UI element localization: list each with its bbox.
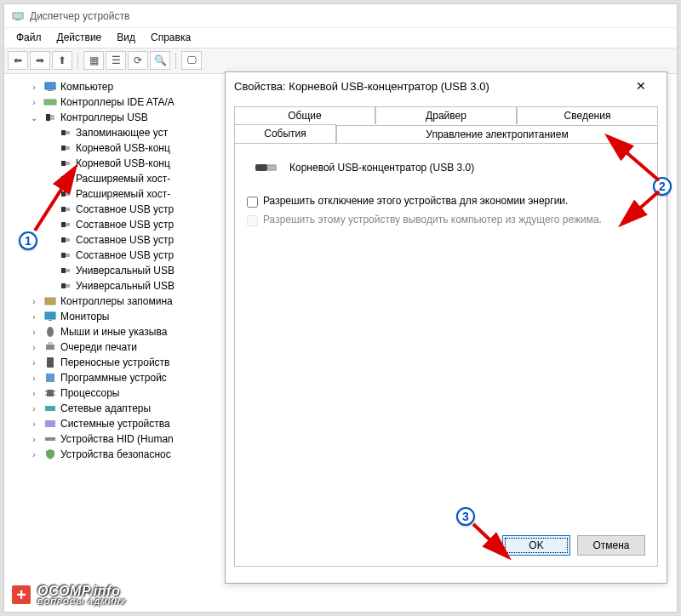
tree-toggle-icon[interactable]: › [28, 450, 40, 459]
svg-rect-35 [47, 357, 54, 368]
checkbox-wake-row: Разрешить этому устройству выводить комп… [247, 214, 645, 227]
svg-rect-23 [61, 253, 66, 258]
menu-view[interactable]: Вид [110, 30, 142, 46]
properties-dialog: Свойства: Корневой USB-концентратор (USB… [225, 71, 667, 584]
scan-button[interactable]: 🔍 [150, 51, 170, 70]
properties-button[interactable]: ☰ [106, 51, 126, 70]
checkbox-allow-off[interactable] [247, 197, 258, 208]
forward-button[interactable]: ➡ [30, 51, 50, 70]
annotation-badge-2: 2 [653, 177, 672, 196]
tree-node-label: Составное USB устр [76, 249, 174, 261]
svg-rect-7 [61, 130, 66, 135]
up-button[interactable]: ⬆ [52, 51, 72, 70]
svg-point-32 [47, 327, 54, 337]
watermark-plus-icon: + [10, 584, 32, 606]
svg-rect-46 [267, 165, 276, 170]
monitor-icon [43, 310, 57, 323]
svg-rect-28 [66, 284, 70, 288]
tree-toggle-icon[interactable]: › [28, 312, 40, 322]
menu-help[interactable]: Справка [144, 30, 197, 46]
refresh-button[interactable]: ⟳ [128, 51, 148, 70]
usb-icon [43, 111, 57, 124]
tree-toggle-icon[interactable]: › [28, 328, 40, 337]
tree-toggle-icon[interactable]: › [28, 297, 40, 306]
checkbox-wake [247, 215, 258, 226]
usbplug-icon [59, 187, 72, 201]
tree-toggle-icon[interactable]: › [28, 435, 40, 444]
security-icon [43, 448, 57, 461]
monitor-button[interactable]: 🖵 [181, 51, 202, 70]
software-icon [43, 371, 57, 385]
tree-node-label: Программные устройс [60, 372, 167, 384]
storage-icon [43, 294, 57, 308]
tree-node-label: Сетевые адаптеры [60, 402, 151, 414]
svg-rect-2 [45, 83, 55, 89]
tree-toggle-icon[interactable]: › [28, 404, 40, 414]
tree-node-label: Мыши и иные указыва [60, 326, 167, 338]
ok-button[interactable]: OK [502, 535, 570, 556]
svg-rect-27 [61, 283, 66, 288]
tree-toggle-icon[interactable]: › [28, 389, 40, 398]
svg-rect-29 [45, 298, 55, 305]
checkbox-allow-off-label[interactable]: Разрешить отключение этого устройства дл… [263, 195, 568, 208]
svg-rect-33 [46, 345, 54, 350]
svg-rect-9 [61, 145, 66, 151]
usbplug-icon [59, 218, 72, 231]
tree-node-label: Расширяемый хост- [76, 188, 170, 200]
svg-rect-36 [46, 374, 54, 382]
mouse-icon [43, 325, 57, 339]
checkbox-wake-label: Разрешить этому устройству выводить комп… [263, 214, 602, 227]
svg-rect-18 [66, 208, 70, 211]
tree-node-label: Устройства HID (Human [60, 433, 174, 445]
tree-node-label: Составное USB устр [76, 234, 174, 246]
tree-node-label: Универсальный USB [76, 265, 175, 277]
watermark-line2: ВОПРОСЫ АДМИНУ [37, 598, 127, 606]
tab-general[interactable]: Общие [234, 106, 375, 124]
tree-node-label: Переносные устройств [60, 356, 170, 368]
tree-toggle-icon[interactable]: ⌄ [28, 113, 40, 123]
svg-rect-26 [66, 269, 70, 272]
network-icon [43, 402, 57, 415]
usbplug-icon [59, 126, 72, 140]
tabs-container: Общие Драйвер Сведения События Управлени… [226, 100, 667, 567]
tree-node-label: Процессоры [60, 387, 120, 399]
menu-file[interactable]: Файл [9, 30, 49, 46]
svg-rect-22 [66, 238, 70, 242]
tab-details[interactable]: Сведения [517, 106, 658, 124]
tree-toggle-icon[interactable]: › [28, 343, 40, 352]
show-hidden-button[interactable]: ▦ [83, 51, 104, 70]
dialog-title: Свойства: Корневой USB-концентратор (USB… [234, 80, 489, 93]
svg-rect-6 [50, 115, 54, 120]
usbplug-icon [59, 202, 72, 216]
tree-toggle-icon[interactable]: › [28, 419, 40, 429]
tab-driver[interactable]: Драйвер [375, 106, 517, 124]
svg-rect-44 [45, 437, 55, 441]
tree-node-label: Устройства безопаснос [60, 448, 171, 460]
cpu-icon [43, 386, 57, 400]
tree-node-label: Составное USB устр [76, 203, 174, 215]
usbplug-icon [59, 279, 72, 293]
svg-rect-43 [45, 420, 55, 427]
svg-rect-19 [61, 222, 66, 227]
app-icon [11, 9, 25, 23]
tree-toggle-icon[interactable]: › [28, 358, 40, 368]
tab-power[interactable]: Управление электропитанием [336, 125, 658, 144]
menu-action[interactable]: Действие [50, 30, 109, 46]
tab-panel-power: Корневой USB-концентратор (USB 3.0) Разр… [234, 143, 658, 567]
svg-rect-15 [61, 191, 66, 197]
tree-toggle-icon[interactable]: › [28, 98, 40, 107]
svg-rect-17 [61, 207, 66, 212]
svg-rect-20 [66, 223, 70, 226]
tab-events[interactable]: События [234, 124, 336, 143]
back-button[interactable]: ⬅ [8, 51, 28, 70]
dialog-titlebar: Свойства: Корневой USB-концентратор (USB… [226, 72, 667, 100]
tree-toggle-icon[interactable]: › [28, 374, 40, 383]
system-icon [43, 417, 57, 431]
svg-rect-34 [48, 342, 53, 345]
svg-rect-11 [61, 161, 66, 166]
close-button[interactable]: ✕ [624, 79, 658, 93]
tree-toggle-icon[interactable]: › [28, 83, 40, 92]
cancel-button[interactable]: Отмена [577, 535, 645, 556]
svg-rect-31 [49, 320, 52, 321]
tree-node-label: Очереди печати [60, 341, 137, 353]
